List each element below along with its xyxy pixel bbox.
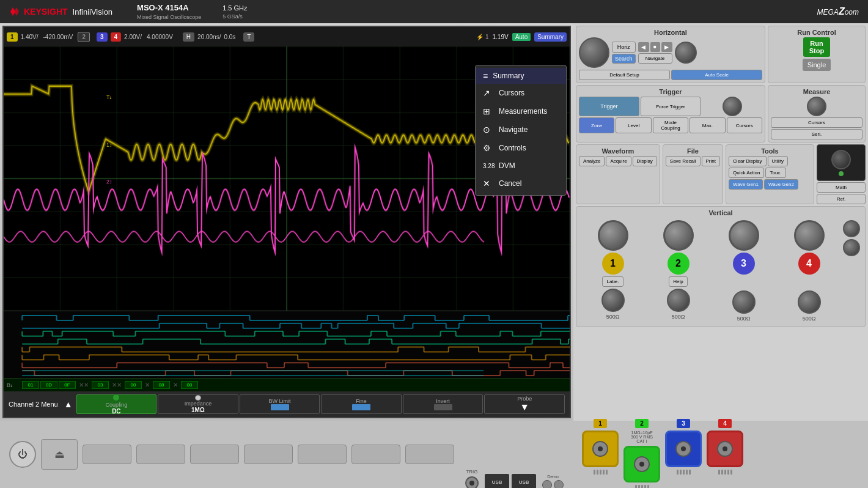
ch1-volts: 1.40V/ (21, 34, 39, 40)
ch2-help-btn[interactable]: Help (669, 276, 687, 287)
bottom-btn-7[interactable] (405, 445, 454, 464)
digital-channels-area (4, 311, 570, 378)
ch2-pos-knob[interactable] (667, 289, 690, 312)
utility-btn[interactable]: Utility (768, 156, 789, 166)
ch2-connector-pins (635, 485, 649, 488)
ch1-bnc-inner (592, 441, 608, 457)
demo-connectors: Demo (542, 475, 564, 488)
ch4-button[interactable]: 4 (798, 253, 820, 275)
run-stop-btn[interactable]: RunStop (803, 37, 830, 57)
ch4-connector-pins (718, 470, 732, 475)
file-section: File Save Recall Print (663, 144, 723, 204)
ref-btn[interactable]: Ref. (817, 194, 866, 204)
trigger-level-knob[interactable] (723, 97, 742, 116)
navigate-btn[interactable]: Navigate (638, 53, 672, 64)
max-btn[interactable]: Max. (690, 117, 725, 133)
seri-btn[interactable]: Seri. (771, 129, 862, 139)
ch1-button[interactable]: 1 (602, 253, 624, 275)
force-trigger-btn[interactable]: Force Trigger (641, 97, 701, 116)
ch2-badge[interactable]: 2 (78, 32, 90, 42)
cursors-label: Cursors (499, 89, 524, 97)
coupling-btn[interactable]: Coupling DC (76, 394, 157, 414)
bottom-btn-6[interactable] (351, 445, 400, 464)
usb-port-2[interactable]: USB (512, 474, 536, 488)
wave-gen2-btn[interactable]: Wave Gen2 (764, 179, 798, 190)
menu-up-arrow[interactable]: ▲ (62, 399, 75, 409)
nav-left-btn[interactable]: ◀ (638, 42, 649, 52)
wave-gen1-btn[interactable]: Wave Gen1 (729, 179, 763, 190)
ch4-scale-knob[interactable] (794, 220, 825, 251)
dvm-menu-item[interactable]: 3.28 DVM (476, 157, 566, 174)
level-btn[interactable]: Level (616, 117, 651, 133)
ch1-badge[interactable]: 1 (7, 32, 18, 42)
zone-btn[interactable]: Zone (579, 117, 614, 133)
clear-display-btn[interactable]: Clear Display (729, 156, 767, 166)
quick-action-btn[interactable]: Quick Action (729, 168, 764, 178)
trig-cursors-btn[interactable]: Cursors (727, 117, 762, 133)
impedance-btn[interactable]: Impedance 1MΩ (158, 394, 238, 414)
ch1-label-btn[interactable]: Labe. (602, 276, 623, 287)
ch1-offset: -420.00mV (43, 34, 73, 40)
intensity-knob[interactable] (831, 150, 851, 169)
controls-menu-item[interactable]: ⚙ Controls (476, 139, 566, 157)
serial-cell: 00 (125, 381, 142, 389)
coupling-label: Coupling (106, 402, 128, 408)
ch3-scale-knob[interactable] (729, 220, 759, 251)
cursor-btn[interactable]: Cursors (771, 117, 862, 128)
horiz-scale-knob[interactable] (675, 42, 697, 64)
h-badge[interactable]: H (183, 32, 194, 42)
right-control-panel: Horizontal Horiz Search ◀ ■ ▶ (573, 23, 868, 421)
serial-cell: 00 (181, 381, 198, 389)
summary-header-item[interactable]: ≡ Summary (476, 68, 566, 84)
ch3-button[interactable]: 3 (733, 253, 755, 275)
auto-scale-btn[interactable]: Auto Scale (671, 70, 762, 80)
display-btn[interactable]: Display (633, 156, 657, 166)
ch3-badge[interactable]: 3 (97, 32, 108, 42)
ch4-badge[interactable]: 4 (111, 32, 122, 42)
acquire-btn[interactable]: Acquire (606, 156, 631, 166)
nav-stop-btn[interactable]: ■ (650, 42, 660, 52)
ch2-button[interactable]: 2 (668, 253, 690, 275)
summary-menu-btn[interactable]: Summary (534, 32, 567, 42)
save-recall-btn[interactable]: Save Recall (666, 156, 701, 166)
fine-btn[interactable]: Fine (321, 394, 402, 414)
ch4-pos-knob[interactable] (798, 290, 821, 314)
measure-knob[interactable] (807, 97, 826, 116)
print-btn[interactable]: Print (702, 156, 720, 166)
navigate-menu-item[interactable]: ⊙ Navigate (476, 120, 566, 139)
probe-btn[interactable]: Probe ▼ (484, 394, 565, 414)
bottom-btn-4[interactable] (244, 445, 293, 464)
horiz-btn[interactable]: Horiz (612, 42, 636, 53)
mode-coupling-btn[interactable]: Mode Coupling (653, 117, 688, 133)
bottom-btn-1[interactable] (83, 445, 131, 464)
ch1-scale-knob[interactable] (598, 220, 628, 251)
invert-btn[interactable]: Invert (403, 394, 484, 414)
measurements-label: Measurements (499, 107, 547, 116)
horiz-position-knob[interactable] (579, 37, 609, 68)
bottom-btn-5[interactable] (298, 445, 347, 464)
bottom-btn-3[interactable] (190, 445, 239, 464)
power-button[interactable]: ⏻ (9, 441, 36, 468)
ch2-scale-knob[interactable] (663, 220, 694, 251)
bottom-btn-2[interactable] (136, 445, 185, 464)
measurements-menu-item[interactable]: ⊞ Measurements (476, 102, 566, 120)
touch-btn[interactable]: Touc. (765, 168, 785, 178)
search-btn[interactable]: Search (612, 54, 636, 64)
vert-nav-down-knob[interactable] (843, 239, 860, 256)
ch3-pos-knob[interactable] (732, 290, 756, 314)
usb-port-1[interactable]: USB (485, 474, 509, 488)
ch1-pos-knob[interactable] (601, 289, 625, 312)
nav-right-btn[interactable]: ▶ (661, 42, 672, 52)
default-setup-btn[interactable]: Default Setup (579, 70, 670, 80)
eject-btn[interactable]: ⏏ (41, 439, 78, 470)
serial-cell: 01 (22, 381, 39, 389)
vert-nav-up-knob[interactable] (843, 220, 860, 237)
cancel-menu-item[interactable]: ✕ Cancel (476, 174, 566, 193)
analyze-btn[interactable]: Analyze (579, 156, 605, 166)
trigger-btn[interactable]: Trigger (579, 97, 639, 116)
single-btn[interactable]: Single (803, 59, 831, 71)
cursors-menu-item[interactable]: ↗ Cursors (476, 84, 566, 102)
math-btn[interactable]: Math (817, 182, 866, 193)
bw-limit-btn[interactable]: BW Limit (240, 394, 320, 414)
t-badge[interactable]: T (243, 32, 254, 42)
